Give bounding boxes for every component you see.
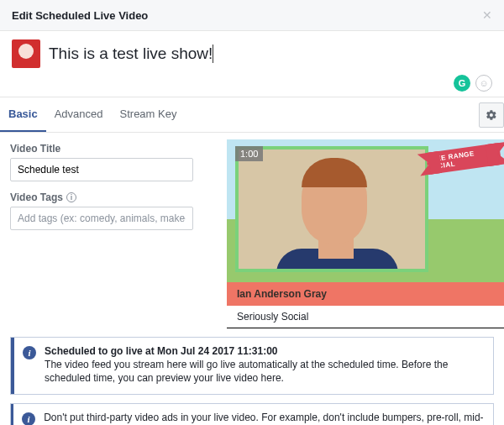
tab-advanced[interactable]: Advanced	[46, 97, 112, 132]
video-title-label: Video Title	[10, 143, 195, 155]
info-scheduled-headline: Scheduled to go live at Mon Jul 24 2017 …	[45, 345, 277, 357]
content-row: Basic Advanced Stream Key Video Title Vi…	[0, 97, 504, 328]
info-accent	[11, 404, 13, 425]
dialog-header: Edit Scheduled Live Video ✕	[0, 0, 504, 31]
basic-panel: Video Title Video Tags i	[0, 133, 205, 328]
help-icon[interactable]: i	[66, 192, 76, 202]
video-preview: 1:00 FREE RANGE SOCIAL Ian Anderson Gray…	[227, 139, 504, 328]
text-caret	[213, 45, 213, 63]
grammarly-icon[interactable]: G	[454, 75, 470, 92]
info-accent	[11, 338, 14, 394]
info-scheduled-body: The video feed you stream here will go l…	[45, 359, 448, 384]
video-tags-input[interactable]	[10, 207, 193, 230]
info-scheduled: i Scheduled to go live at Mon Jul 24 201…	[10, 337, 494, 395]
status-text: This is a test live show!	[49, 45, 213, 62]
emoji-icon[interactable]: ☺	[475, 75, 492, 92]
tabs-bar: Basic Advanced Stream Key	[0, 97, 504, 133]
info-icon: i	[22, 412, 35, 425]
preview-col: 1:00 FREE RANGE SOCIAL Ian Anderson Gray…	[205, 133, 504, 328]
timer-badge: 1:00	[235, 146, 263, 161]
dialog-title: Edit Scheduled Live Video	[12, 9, 148, 22]
composer-row: This is a test live show!	[0, 31, 504, 75]
settings-button[interactable]	[479, 102, 504, 128]
video-title-input[interactable]	[10, 158, 193, 181]
lower-third-org: Seriously Social	[227, 306, 504, 328]
info-ads-policy: i Don't put third-party video ads in you…	[10, 403, 494, 425]
tab-stream-key[interactable]: Stream Key	[112, 97, 186, 132]
webcam-frame	[235, 146, 428, 272]
close-icon[interactable]: ✕	[482, 8, 492, 22]
info-ads-body: Don't put third-party video ads in your …	[44, 412, 484, 425]
avatar	[12, 39, 40, 68]
ribbon-banner: FREE RANGE SOCIAL	[426, 143, 502, 175]
status-input[interactable]: This is a test live show!	[49, 45, 213, 64]
tab-basic[interactable]: Basic	[0, 97, 46, 132]
info-icon: i	[23, 346, 36, 359]
video-tags-label: Video Tags i	[10, 192, 195, 203]
gear-icon	[486, 109, 497, 121]
preview-background: 1:00 FREE RANGE SOCIAL	[227, 139, 504, 284]
edit-scheduled-live-dialog: Edit Scheduled Live Video ✕ This is a te…	[0, 0, 504, 425]
lower-third-name: Ian Anderson Gray	[227, 282, 504, 306]
